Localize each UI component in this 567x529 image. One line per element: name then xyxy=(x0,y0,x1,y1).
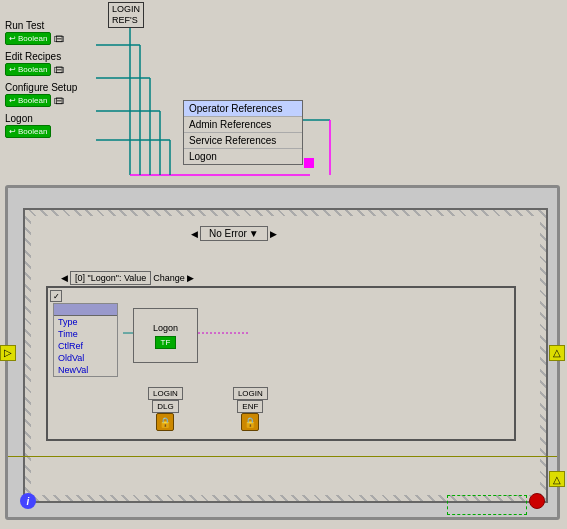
menu-item-logon: Logon Boolean xyxy=(5,113,95,138)
panel-ctlref: CtlRef xyxy=(54,340,117,352)
lock-icon-1: 🔒 xyxy=(156,413,174,431)
boolean-badge-configure-setup: Boolean xyxy=(5,94,51,107)
login-dlg-connector: LOGIN DLG 🔒 xyxy=(148,387,183,431)
svg-rect-12 xyxy=(304,158,314,168)
outer-gray-box: ▷ △ △ ◀ No Error ▼ ▶ xyxy=(5,185,560,520)
inner-connections-svg xyxy=(48,288,518,443)
main-container: LOGIN REF'S Run Test Boolean ⊟ Edit Reci… xyxy=(0,0,567,529)
connector-edit-recipes: ⊟ xyxy=(54,67,64,73)
login-dlg-label: LOGIN xyxy=(148,387,183,400)
info-icon[interactable]: i xyxy=(20,493,36,509)
panel-type: Type xyxy=(54,316,117,328)
menu-popup-admin[interactable]: Admin References xyxy=(184,117,302,133)
boolean-badge-edit-recipes: Boolean xyxy=(5,63,51,76)
lock-icon-2: 🔒 xyxy=(241,413,259,431)
login-refs-box: LOGIN REF'S xyxy=(108,2,144,28)
inner-hatched-box: ◀ No Error ▼ ▶ ◀ [0] "Logon": Value Chan… xyxy=(23,208,548,503)
login-enf-label2: ENF xyxy=(237,400,263,413)
menu-popup-service[interactable]: Service References xyxy=(184,133,302,149)
tf-badge: TF xyxy=(155,336,177,349)
inner-diagram-box: ✓ Type Time CtlRef OldVal NewVal Logon T… xyxy=(46,286,516,441)
inner-content: ◀ No Error ▼ ▶ ◀ [0] "Logon": Value Chan… xyxy=(31,216,540,495)
value-change-bar: ◀ [0] "Logon": Value Change ▶ xyxy=(61,271,194,285)
login-enf-label: LOGIN xyxy=(233,387,268,400)
logon-inner-box: Logon TF xyxy=(133,308,198,363)
checkbox-icon[interactable]: ✓ xyxy=(50,290,62,302)
value-change-dropdown[interactable]: [0] "Logon": Value xyxy=(70,271,151,285)
inner-left-panel: Type Time CtlRef OldVal NewVal xyxy=(53,303,118,377)
terminal-right: △ xyxy=(549,345,565,361)
connector-configure-setup: ⊟ xyxy=(54,98,64,104)
menu-popup-operator[interactable]: Operator References xyxy=(184,101,302,117)
diagram-top: LOGIN REF'S Run Test Boolean ⊟ Edit Reci… xyxy=(0,0,567,185)
bottom-connectors: LOGIN DLG 🔒 LOGIN ENF 🔒 xyxy=(148,387,268,431)
yellow-connector-line xyxy=(8,456,557,457)
boolean-badge-logon: Boolean xyxy=(5,125,51,138)
panel-oldval: OldVal xyxy=(54,352,117,364)
panel-newval: NewVal xyxy=(54,364,117,376)
panel-time: Time xyxy=(54,328,117,340)
stop-icon[interactable] xyxy=(529,493,545,509)
menu-item-edit-recipes: Edit Recipes Boolean ⊟ xyxy=(5,51,95,76)
left-panel: Run Test Boolean ⊟ Edit Recipes Boolean … xyxy=(5,20,95,144)
boolean-badge-run-test: Boolean xyxy=(5,32,51,45)
no-error-dropdown[interactable]: No Error ▼ xyxy=(200,226,268,241)
login-dlg-label2: DLG xyxy=(152,400,178,413)
green-dashed-area xyxy=(447,495,527,515)
menu-popup: Operator References Admin References Ser… xyxy=(183,100,303,165)
menu-item-configure-setup: Configure Setup Boolean ⊟ xyxy=(5,82,95,107)
menu-item-run-test: Run Test Boolean ⊟ xyxy=(5,20,95,45)
terminal-bottom-right: △ xyxy=(549,471,565,487)
connector-run-test: ⊟ xyxy=(54,36,64,42)
inner-panel-header xyxy=(54,304,117,316)
login-enf-connector: LOGIN ENF 🔒 xyxy=(233,387,268,431)
no-error-bar: ◀ No Error ▼ ▶ xyxy=(191,226,277,241)
terminal-left: ▷ xyxy=(0,345,16,361)
menu-popup-logon[interactable]: Logon xyxy=(184,149,302,164)
